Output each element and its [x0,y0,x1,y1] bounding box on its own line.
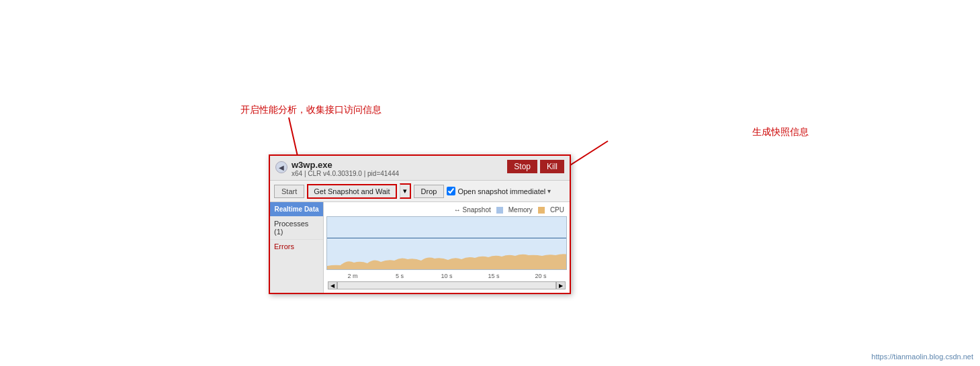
snapshot-dropdown-button[interactable]: ▾ [400,183,411,199]
cpu-wave-chart [327,246,567,269]
annotation-right: 生成快照信息 [752,126,809,138]
cpu-legend-icon [538,207,545,214]
memory-legend-icon [496,207,503,214]
scroll-left-button[interactable]: ◀ [328,281,337,289]
title-buttons: Stop Kill [507,160,564,173]
time-label-5s: 5 s [376,273,423,279]
content-area: Realtime Data Processes (1) Errors ↔ Sna… [270,202,570,293]
kill-button[interactable]: Kill [540,160,564,173]
annotation-left: 开启性能分析，收集接口访问信息 [240,104,382,116]
process-details: x64 | CLR v4.0.30319.0 | pid=41444 [292,170,399,177]
time-label-2m: 2 m [329,273,376,279]
drop-button[interactable]: Drop [414,185,445,198]
chart-legend: ↔ Snapshot Memory CPU [326,205,567,215]
time-label-10s: 10 s [423,273,470,279]
open-snapshot-label: Open snapshot immediatel [457,187,545,195]
cpu-legend-label: CPU [550,206,564,214]
watermark: https://tianmaolin.blog.csdn.net [871,353,973,361]
title-bar: ◀ w3wp.exe x64 | CLR v4.0.30319.0 | pid=… [270,156,570,181]
scrollbar-row: ◀ ▶ [326,281,567,290]
snapshot-legend: ↔ Snapshot [454,206,491,214]
toolbar-row: Start Get Snapshot and Wait ▾ Drop Open … [270,181,570,202]
process-name: w3wp.exe [292,160,399,170]
title-text: w3wp.exe x64 | CLR v4.0.30319.0 | pid=41… [292,160,399,177]
time-label-15s: 15 s [470,273,517,279]
processes-item[interactable]: Processes (1) [270,216,323,240]
scroll-right-button[interactable]: ▶ [556,281,566,289]
title-left: ◀ w3wp.exe x64 | CLR v4.0.30319.0 | pid=… [275,160,399,177]
back-button[interactable]: ◀ [275,161,287,173]
realtime-data-tab[interactable]: Realtime Data [270,202,323,216]
dialog-panel: ◀ w3wp.exe x64 | CLR v4.0.30319.0 | pid=… [269,154,571,294]
scroll-track[interactable] [337,281,556,289]
memory-legend-label: Memory [508,206,533,214]
open-snapshot-checkbox[interactable] [447,187,455,195]
left-sidebar: Realtime Data Processes (1) Errors [270,202,324,293]
stop-button[interactable]: Stop [507,160,537,173]
get-snapshot-button[interactable]: Get Snapshot and Wait [307,184,396,199]
chart-container [326,216,567,270]
chart-area: ↔ Snapshot Memory CPU 2 m 5 s 10 s [324,202,570,293]
time-label-20s: 20 s [517,273,564,279]
time-axis: 2 m 5 s 10 s 15 s 20 s [326,271,567,281]
errors-item[interactable]: Errors [270,240,323,253]
start-button[interactable]: Start [274,185,304,198]
memory-line [327,238,566,238]
open-snapshot-checkbox-label[interactable]: Open snapshot immediatel ▾ [447,187,551,195]
checkbox-dropdown-arrow[interactable]: ▾ [547,187,551,195]
